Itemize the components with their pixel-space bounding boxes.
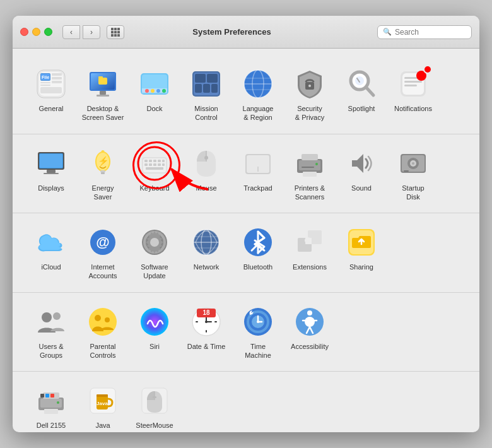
pref-siri[interactable]: Siri (129, 299, 180, 365)
maximize-button[interactable] (44, 28, 52, 36)
spotlight-label: Spotlight (348, 104, 375, 113)
startup-disk-icon-wrap (395, 146, 431, 181)
search-box[interactable]: 🔍 (377, 25, 472, 39)
svg-rect-158 (153, 396, 156, 398)
svg-point-91 (412, 162, 414, 165)
svg-rect-56 (40, 154, 62, 168)
pref-steermouse[interactable]: SteerMouse (129, 378, 180, 432)
time-machine-label: TimeMachine (245, 342, 271, 360)
dock-icon-wrap (137, 66, 172, 102)
nav-buttons: ‹ › (62, 25, 100, 39)
dell-printer-icon-wrap (33, 383, 69, 418)
bluetooth-label: Bluetooth (243, 262, 272, 271)
steermouse-icon-wrap (137, 383, 172, 418)
svg-rect-86 (302, 167, 314, 168)
pref-trackpad[interactable]: Trackpad (232, 141, 284, 207)
java-icon-wrap: Java (85, 383, 120, 418)
pref-mission-control[interactable]: MissionControl (180, 61, 232, 127)
back-button[interactable]: ‹ (62, 25, 80, 39)
pref-java[interactable]: Java Java (77, 378, 129, 432)
svg-point-85 (315, 163, 318, 165)
svg-point-114 (42, 312, 52, 322)
pref-network[interactable]: Network (180, 220, 232, 286)
pref-notifications[interactable]: Notifications (387, 61, 439, 127)
svg-rect-111 (305, 238, 312, 244)
date-time-icon-wrap: 18 (189, 304, 224, 339)
svg-rect-59 (100, 170, 105, 172)
svg-point-25 (162, 89, 166, 93)
network-icon-wrap (189, 225, 224, 260)
pref-dell-printer[interactable]: Dell 2155Color MFP (25, 378, 77, 432)
java-label: Java (95, 421, 110, 430)
pref-displays[interactable]: Displays (25, 141, 77, 207)
users-groups-icon-wrap (33, 304, 69, 339)
pref-extensions[interactable]: Extensions (284, 220, 336, 286)
keyboard-label: Keyboard (139, 184, 169, 192)
printers-scanners-icon-wrap (292, 146, 327, 181)
svg-text:Java: Java (97, 401, 108, 406)
pref-language-region[interactable]: Language& Region (232, 61, 284, 127)
svg-text:18: 18 (202, 309, 210, 316)
svg-rect-150 (40, 394, 44, 398)
extensions-label: Extensions (293, 262, 327, 271)
pref-dock[interactable]: Dock (129, 61, 180, 127)
security-privacy-label: Security& Privacy (295, 104, 324, 122)
pref-sharing[interactable]: Sharing (336, 220, 387, 286)
parental-controls-icon-wrap (85, 304, 120, 339)
pref-printers-scanners[interactable]: Printers &Scanners (284, 141, 336, 207)
svg-point-149 (57, 401, 59, 404)
svg-rect-152 (50, 394, 54, 398)
traffic-lights (20, 28, 52, 36)
forward-button[interactable]: › (83, 25, 100, 39)
pref-bluetooth[interactable]: Bluetooth (232, 220, 284, 286)
pref-users-groups[interactable]: Users &Groups (25, 299, 77, 365)
pref-startup-disk[interactable]: StartupDisk (387, 141, 439, 207)
desktop-screensaver-label: Desktop &Screen Saver (82, 104, 124, 122)
pref-internet-accounts[interactable]: @ InternetAccounts (77, 220, 129, 286)
grid-view-button[interactable] (107, 25, 124, 39)
svg-rect-31 (203, 84, 210, 93)
close-button[interactable] (20, 28, 28, 36)
svg-rect-73 (158, 163, 161, 166)
pref-parental-controls[interactable]: ParentalControls (77, 299, 129, 365)
preferences-content: File General (13, 49, 479, 432)
svg-point-100 (150, 238, 159, 247)
pref-mouse[interactable]: Mouse (180, 141, 232, 207)
svg-rect-9 (40, 85, 50, 86)
icloud-label: iCloud (41, 262, 61, 271)
displays-icon-wrap (33, 146, 69, 181)
pref-security-privacy[interactable]: Security& Privacy (284, 61, 336, 127)
notifications-badge (423, 65, 432, 74)
minimize-button[interactable] (32, 28, 40, 36)
svg-rect-54 (47, 170, 56, 173)
svg-rect-10 (40, 87, 62, 93)
pref-time-machine[interactable]: TimeMachine (232, 299, 284, 365)
svg-rect-75 (146, 167, 163, 170)
accessibility-icon-wrap (292, 304, 327, 339)
pref-spotlight[interactable]: Spotlight (336, 61, 387, 127)
pref-keyboard[interactable]: Keyboard (129, 141, 180, 207)
pref-general[interactable]: File General (25, 61, 77, 127)
pref-icloud[interactable]: iCloud (25, 220, 77, 286)
security-privacy-icon-wrap (292, 66, 327, 102)
section-personal: File General (13, 55, 479, 134)
printers-scanners-label: Printers &Scanners (295, 184, 325, 202)
svg-rect-55 (44, 173, 59, 174)
pref-energy-saver[interactable]: ⚡ EnergySaver (77, 141, 129, 207)
pref-sound[interactable]: Sound (336, 141, 387, 207)
pref-software-update[interactable]: SoftwareUpdate (129, 220, 180, 286)
section-hardware: Displays ⚡ EnergySaver (13, 134, 479, 214)
grid-icon (111, 28, 120, 37)
software-update-icon-wrap (137, 225, 172, 260)
notifications-label: Notifications (394, 104, 432, 113)
pref-date-time[interactable]: 18 Date & Time (180, 299, 232, 365)
pref-accessibility[interactable]: Accessibility (284, 299, 336, 365)
dock-label: Dock (146, 104, 162, 113)
sharing-label: Sharing (349, 262, 373, 271)
system-preferences-window: ‹ › System Preferences 🔍 (13, 16, 479, 432)
pref-desktop-screensaver[interactable]: Desktop &Screen Saver (77, 61, 129, 127)
search-input[interactable] (395, 28, 466, 37)
siri-icon-wrap (137, 304, 172, 339)
svg-rect-82 (299, 160, 320, 170)
svg-point-119 (141, 308, 168, 336)
